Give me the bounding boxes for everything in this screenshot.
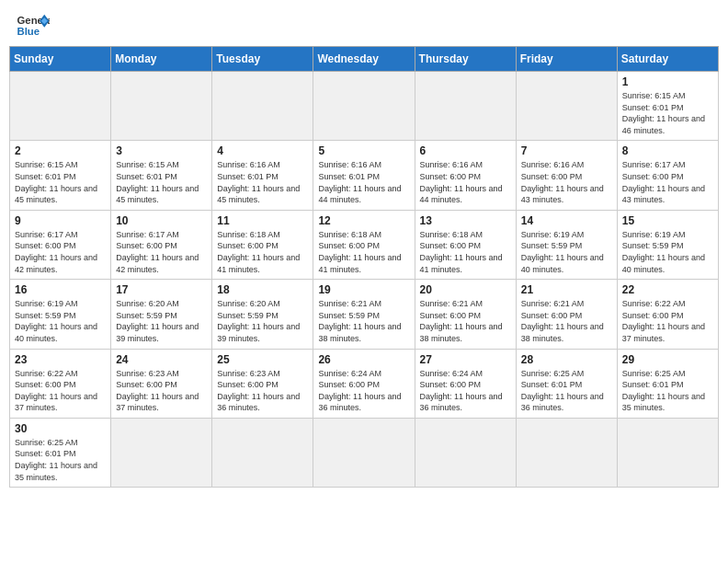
day-cell: 4Sunrise: 6:16 AMSunset: 6:01 PMDaylight… xyxy=(212,141,313,210)
day-info: Sunrise: 6:23 AMSunset: 6:00 PMDaylight:… xyxy=(116,368,208,414)
week-row-4: 23Sunrise: 6:22 AMSunset: 6:00 PMDayligh… xyxy=(10,349,719,418)
day-number: 5 xyxy=(318,144,410,157)
day-number: 26 xyxy=(318,353,410,366)
day-cell: 29Sunrise: 6:25 AMSunset: 6:01 PMDayligh… xyxy=(617,349,718,418)
day-number: 23 xyxy=(15,353,107,366)
day-info: Sunrise: 6:16 AMSunset: 6:00 PMDaylight:… xyxy=(521,159,613,205)
day-info: Sunrise: 6:25 AMSunset: 6:01 PMDaylight:… xyxy=(521,368,613,414)
day-cell: 1Sunrise: 6:15 AMSunset: 6:01 PMDaylight… xyxy=(617,72,718,141)
weekday-header-sunday: Sunday xyxy=(10,47,111,72)
day-number: 27 xyxy=(420,353,512,366)
day-cell xyxy=(415,72,516,141)
day-cell xyxy=(212,72,313,141)
day-info: Sunrise: 6:15 AMSunset: 6:01 PMDaylight:… xyxy=(15,159,107,205)
day-cell: 14Sunrise: 6:19 AMSunset: 5:59 PMDayligh… xyxy=(516,210,617,279)
week-row-3: 16Sunrise: 6:19 AMSunset: 5:59 PMDayligh… xyxy=(10,280,719,349)
day-cell: 8Sunrise: 6:17 AMSunset: 6:00 PMDaylight… xyxy=(617,141,718,210)
day-info: Sunrise: 6:24 AMSunset: 6:00 PMDaylight:… xyxy=(420,368,512,414)
day-number: 7 xyxy=(521,144,613,157)
day-info: Sunrise: 6:23 AMSunset: 6:00 PMDaylight:… xyxy=(217,368,309,414)
day-cell xyxy=(516,418,617,487)
day-info: Sunrise: 6:16 AMSunset: 6:00 PMDaylight:… xyxy=(420,159,512,205)
day-info: Sunrise: 6:20 AMSunset: 5:59 PMDaylight:… xyxy=(217,298,309,344)
day-cell: 12Sunrise: 6:18 AMSunset: 6:00 PMDayligh… xyxy=(313,210,415,279)
day-cell xyxy=(516,72,617,141)
day-cell: 24Sunrise: 6:23 AMSunset: 6:00 PMDayligh… xyxy=(111,349,212,418)
day-info: Sunrise: 6:18 AMSunset: 6:00 PMDaylight:… xyxy=(217,229,309,275)
day-cell: 7Sunrise: 6:16 AMSunset: 6:00 PMDaylight… xyxy=(516,141,617,210)
weekday-header-friday: Friday xyxy=(516,47,617,72)
day-info: Sunrise: 6:17 AMSunset: 6:00 PMDaylight:… xyxy=(15,229,107,275)
day-cell: 11Sunrise: 6:18 AMSunset: 6:00 PMDayligh… xyxy=(212,210,313,279)
day-cell xyxy=(111,418,212,487)
day-cell: 15Sunrise: 6:19 AMSunset: 5:59 PMDayligh… xyxy=(617,210,718,279)
day-number: 12 xyxy=(318,214,410,227)
day-cell: 21Sunrise: 6:21 AMSunset: 6:00 PMDayligh… xyxy=(516,280,617,349)
day-info: Sunrise: 6:18 AMSunset: 6:00 PMDaylight:… xyxy=(318,229,410,275)
day-cell: 5Sunrise: 6:16 AMSunset: 6:01 PMDaylight… xyxy=(313,141,415,210)
day-info: Sunrise: 6:17 AMSunset: 6:00 PMDaylight:… xyxy=(622,159,714,205)
day-number: 8 xyxy=(622,144,714,157)
day-number: 9 xyxy=(15,214,107,227)
day-cell: 27Sunrise: 6:24 AMSunset: 6:00 PMDayligh… xyxy=(415,349,516,418)
day-cell xyxy=(212,418,313,487)
week-row-5: 30Sunrise: 6:25 AMSunset: 6:01 PMDayligh… xyxy=(10,418,719,487)
weekday-header-thursday: Thursday xyxy=(415,47,516,72)
day-cell: 17Sunrise: 6:20 AMSunset: 5:59 PMDayligh… xyxy=(111,280,212,349)
day-number: 20 xyxy=(420,283,512,296)
day-info: Sunrise: 6:22 AMSunset: 6:00 PMDaylight:… xyxy=(15,368,107,414)
day-cell: 25Sunrise: 6:23 AMSunset: 6:00 PMDayligh… xyxy=(212,349,313,418)
day-info: Sunrise: 6:24 AMSunset: 6:00 PMDaylight:… xyxy=(318,368,410,414)
day-cell: 6Sunrise: 6:16 AMSunset: 6:00 PMDaylight… xyxy=(415,141,516,210)
day-info: Sunrise: 6:22 AMSunset: 6:00 PMDaylight:… xyxy=(622,298,714,344)
day-info: Sunrise: 6:25 AMSunset: 6:01 PMDaylight:… xyxy=(15,437,107,483)
day-info: Sunrise: 6:25 AMSunset: 6:01 PMDaylight:… xyxy=(622,368,714,414)
day-cell: 13Sunrise: 6:18 AMSunset: 6:00 PMDayligh… xyxy=(415,210,516,279)
day-cell: 30Sunrise: 6:25 AMSunset: 6:01 PMDayligh… xyxy=(10,418,111,487)
day-info: Sunrise: 6:18 AMSunset: 6:00 PMDaylight:… xyxy=(420,229,512,275)
day-info: Sunrise: 6:19 AMSunset: 5:59 PMDaylight:… xyxy=(622,229,714,275)
day-cell: 28Sunrise: 6:25 AMSunset: 6:01 PMDayligh… xyxy=(516,349,617,418)
day-number: 29 xyxy=(622,353,714,366)
day-cell: 22Sunrise: 6:22 AMSunset: 6:00 PMDayligh… xyxy=(617,280,718,349)
day-number: 19 xyxy=(318,283,410,296)
day-info: Sunrise: 6:21 AMSunset: 5:59 PMDaylight:… xyxy=(318,298,410,344)
day-info: Sunrise: 6:19 AMSunset: 5:59 PMDaylight:… xyxy=(521,229,613,275)
day-info: Sunrise: 6:16 AMSunset: 6:01 PMDaylight:… xyxy=(318,159,410,205)
day-info: Sunrise: 6:21 AMSunset: 6:00 PMDaylight:… xyxy=(521,298,613,344)
day-number: 22 xyxy=(622,283,714,296)
week-row-1: 2Sunrise: 6:15 AMSunset: 6:01 PMDaylight… xyxy=(10,141,719,210)
day-info: Sunrise: 6:20 AMSunset: 5:59 PMDaylight:… xyxy=(116,298,208,344)
day-cell xyxy=(617,418,718,487)
day-cell: 2Sunrise: 6:15 AMSunset: 6:01 PMDaylight… xyxy=(10,141,111,210)
weekday-header-row: SundayMondayTuesdayWednesdayThursdayFrid… xyxy=(10,47,719,72)
day-cell xyxy=(111,72,212,141)
day-number: 21 xyxy=(521,283,613,296)
weekday-header-wednesday: Wednesday xyxy=(313,47,415,72)
day-cell: 20Sunrise: 6:21 AMSunset: 6:00 PMDayligh… xyxy=(415,280,516,349)
weekday-header-saturday: Saturday xyxy=(617,47,718,72)
day-info: Sunrise: 6:15 AMSunset: 6:01 PMDaylight:… xyxy=(116,159,208,205)
day-cell: 16Sunrise: 6:19 AMSunset: 5:59 PMDayligh… xyxy=(10,280,111,349)
day-info: Sunrise: 6:17 AMSunset: 6:00 PMDaylight:… xyxy=(116,229,208,275)
day-number: 10 xyxy=(116,214,208,227)
day-number: 30 xyxy=(15,422,107,435)
day-cell: 23Sunrise: 6:22 AMSunset: 6:00 PMDayligh… xyxy=(10,349,111,418)
logo-icon: General Blue xyxy=(17,13,50,39)
calendar-page: General Blue SundayMondayTuesdayWednesda… xyxy=(0,0,728,563)
day-number: 2 xyxy=(15,144,107,157)
day-number: 14 xyxy=(521,214,613,227)
day-cell xyxy=(415,418,516,487)
day-number: 17 xyxy=(116,283,208,296)
day-number: 4 xyxy=(217,144,309,157)
day-cell: 10Sunrise: 6:17 AMSunset: 6:00 PMDayligh… xyxy=(111,210,212,279)
day-number: 6 xyxy=(420,144,512,157)
day-cell xyxy=(313,418,415,487)
day-info: Sunrise: 6:16 AMSunset: 6:01 PMDaylight:… xyxy=(217,159,309,205)
weekday-header-tuesday: Tuesday xyxy=(212,47,313,72)
day-number: 25 xyxy=(217,353,309,366)
week-row-2: 9Sunrise: 6:17 AMSunset: 6:00 PMDaylight… xyxy=(10,210,719,279)
day-number: 24 xyxy=(116,353,208,366)
day-cell: 3Sunrise: 6:15 AMSunset: 6:01 PMDaylight… xyxy=(111,141,212,210)
logo: General Blue xyxy=(17,13,50,39)
